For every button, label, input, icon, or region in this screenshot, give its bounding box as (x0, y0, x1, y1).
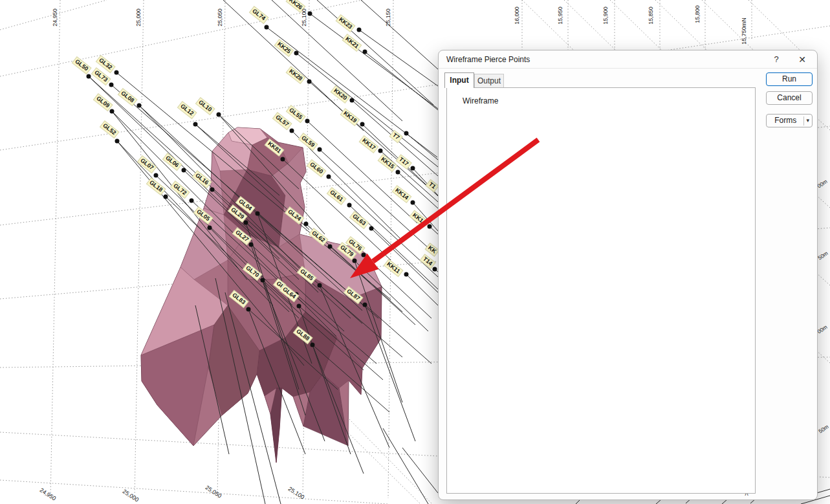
drillhole-collar-dot (363, 50, 367, 54)
cancel-button[interactable]: Cancel (766, 91, 813, 105)
drillhole-collar-dot (411, 166, 415, 171)
drillhole-collar-dot (137, 104, 142, 108)
drillhole-collar-dot (190, 199, 194, 203)
drillhole-collar-dot (110, 109, 115, 114)
drillhole-collar-dot (362, 253, 366, 257)
grid-coordinate-label: 15,900 (602, 6, 609, 25)
run-button[interactable]: Run (766, 72, 813, 86)
drillhole-collar-dot (411, 201, 415, 205)
drillhole-collar-dot (281, 157, 285, 162)
drillhole-collar-dot (404, 272, 409, 277)
drillhole-collar-dot (311, 343, 315, 347)
drillhole-collar-dot (294, 51, 299, 56)
drillhole-collar-dot (308, 12, 312, 16)
drillhole-collar-dot (208, 226, 212, 230)
drillhole-collar-dot (182, 168, 186, 173)
drillhole-collar-dot (378, 149, 383, 153)
drillhole-collar-dot (87, 74, 91, 79)
drillhole-collar-dot (290, 129, 294, 133)
drillhole-collar-dot (350, 98, 355, 103)
tab-input[interactable]: Input (444, 72, 474, 88)
drillhole-collar-dot (304, 222, 309, 226)
grid-coordinate-label: 25,050 (217, 8, 223, 27)
dialog-title: Wireframe Pierce Points (446, 55, 530, 64)
input-tab-panel (446, 87, 756, 494)
drillhole-collar-dot (109, 83, 114, 87)
forms-button-label: Forms (769, 115, 802, 127)
forms-separator (803, 116, 804, 126)
drillhole-collar-dot (307, 80, 312, 84)
drillhole-collar-dot (154, 173, 158, 178)
drillhole-collar-dot (210, 188, 215, 192)
grid-coordinate-label: 16,000 (514, 6, 520, 25)
forms-button[interactable]: Forms ▾ (766, 114, 813, 127)
grid-coordinate-label: 15,800 (694, 5, 701, 23)
drillhole-collar-dot (246, 307, 251, 312)
drillhole-collar-dot (244, 221, 248, 225)
drillhole-collar-dot (256, 212, 260, 216)
wireframe-pierce-points-dialog[interactable]: Wireframe Pierce Points ? ✕ Input Output… (438, 50, 818, 500)
grid-coordinate-label: 15,850 (648, 6, 654, 25)
drillhole-collar-dot (404, 131, 409, 136)
help-icon[interactable]: ? (770, 54, 782, 65)
drillhole-collar-dot (360, 122, 365, 127)
grid-coordinate-label: 25,000 (135, 8, 142, 27)
drillhole-collar-dot (261, 278, 265, 283)
drillhole-collar-dot (217, 113, 221, 117)
drillhole-collar-dot (115, 139, 120, 144)
drillhole-collar-dot (265, 25, 269, 30)
grid-coordinate-label: 15,750mN (741, 17, 747, 45)
drillhole-collar-dot (305, 119, 310, 124)
drillhole-collar-dot (369, 226, 374, 231)
drillhole-collar-dot (433, 267, 437, 272)
drillhole-collar-dot (428, 225, 432, 229)
tab-output[interactable]: Output (474, 74, 504, 88)
forms-dropdown-caret-icon[interactable]: ▾ (806, 115, 809, 127)
grid-coordinate-label: 25,100 (301, 8, 307, 27)
drillhole-collar-dot (115, 71, 119, 75)
drillhole-collar-dot (347, 203, 352, 208)
drillhole-collar-dot (357, 28, 362, 32)
drillhole-collar-dot (327, 175, 331, 179)
grid-coordinate-label: 15,950 (557, 6, 563, 25)
drillhole-collar-dot (249, 243, 254, 247)
wireframe-group-label: Wireframe (460, 96, 501, 105)
drillhole-collar-dot (164, 195, 168, 199)
drillhole-collar-dot (318, 283, 322, 288)
drillhole-collar-dot (396, 170, 400, 175)
drillhole-collar-dot (297, 304, 301, 309)
close-icon[interactable]: ✕ (796, 54, 808, 65)
drillhole-collar-dot (328, 245, 333, 249)
drillhole-collar-dot (353, 259, 357, 263)
grid-coordinate-label: 24,950 (52, 8, 58, 27)
grid-coordinate-label: 25,150 (385, 8, 391, 27)
drillhole-collar-dot (363, 303, 367, 307)
drillhole-collar-dot (193, 122, 198, 127)
drillhole-collar-dot (318, 148, 322, 152)
dialog-titlebar[interactable]: Wireframe Pierce Points ? ✕ (439, 50, 817, 69)
